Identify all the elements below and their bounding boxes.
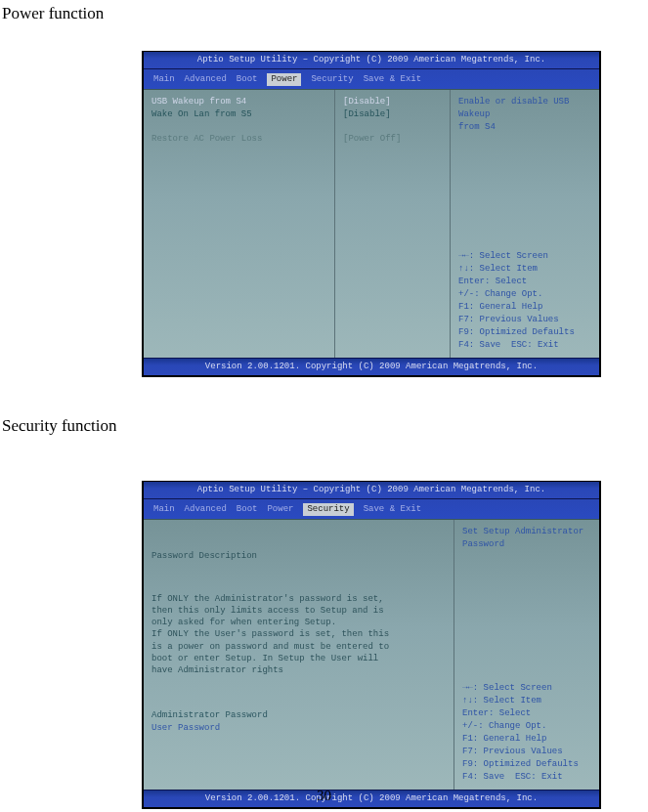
row-usb-wakeup-label[interactable]: USB Wakeup from S4: [151, 96, 326, 108]
menu-boot[interactable]: Boot: [237, 503, 258, 516]
heading-security: Security function: [2, 416, 648, 436]
bios-menu-bar: Main Advanced Boot Power Security Save &…: [144, 69, 599, 89]
menu-main[interactable]: Main: [153, 503, 175, 516]
menu-main[interactable]: Main: [153, 73, 175, 86]
help-key-f4: F4: Save ESC: Exit: [458, 339, 591, 352]
help-key-f1: F1: General Help: [462, 733, 591, 746]
help-key-change: +/-: Change Opt.: [458, 288, 591, 301]
bios-menu-bar: Main Advanced Boot Power Security Save &…: [144, 499, 599, 519]
help-keys: →←: Select Screen ↑↓: Select Item Enter:…: [462, 676, 591, 784]
row-wol-value[interactable]: [Disable]: [343, 108, 442, 121]
row-wol-label[interactable]: Wake On Lan from S5: [151, 108, 326, 121]
menu-advanced[interactable]: Advanced: [185, 73, 227, 86]
menu-advanced[interactable]: Advanced: [185, 503, 227, 516]
bios-screenshot-power: Aptio Setup Utility – Copyright (C) 2009…: [142, 51, 601, 377]
row-ac-loss-value[interactable]: [Power Off]: [343, 133, 442, 146]
menu-save-exit[interactable]: Save & Exit: [364, 503, 421, 516]
bios-title-bar: Aptio Setup Utility – Copyright (C) 2009…: [144, 482, 599, 499]
bios-screenshot-security: Aptio Setup Utility – Copyright (C) 2009…: [142, 481, 601, 809]
row-ac-loss-label[interactable]: Restore AC Power Loss: [151, 133, 326, 146]
help-key-f1: F1: General Help: [458, 301, 591, 314]
heading-power: Power function: [2, 4, 648, 23]
user-password[interactable]: User Password: [151, 722, 446, 735]
help-key-enter: Enter: Select: [462, 707, 591, 720]
security-left-pane: Password Description If ONLY the Adminis…: [144, 520, 454, 790]
help-key-enter: Enter: Select: [458, 276, 591, 288]
help-key-screen: →←: Select Screen: [458, 250, 591, 263]
help-key-f7: F7: Previous Values: [458, 314, 591, 326]
help-key-f7: F7: Previous Values: [462, 746, 591, 758]
settings-values-pane: [Disable] [Disable] [Power Off]: [335, 90, 451, 358]
menu-boot[interactable]: Boot: [237, 73, 258, 86]
help-pane: Enable or disable USB Wakeup from S4 →←:…: [451, 90, 599, 358]
menu-save-exit[interactable]: Save & Exit: [364, 73, 421, 86]
password-desc-head: Password Description: [151, 550, 446, 562]
menu-power[interactable]: Power: [267, 73, 301, 86]
help-key-screen: →←: Select Screen: [462, 682, 591, 695]
help-key-item: ↑↓: Select Item: [462, 695, 591, 707]
help-key-change: +/-: Change Opt.: [462, 720, 591, 733]
help-key-item: ↑↓: Select Item: [458, 263, 591, 276]
help-key-f9: F9: Optimized Defaults: [462, 758, 591, 771]
help-key-f4: F4: Save ESC: Exit: [462, 771, 591, 784]
help-keys: →←: Select Screen ↑↓: Select Item Enter:…: [458, 244, 591, 352]
menu-security[interactable]: Security: [311, 73, 353, 86]
help-pane: Set Setup Administrator Password →←: Sel…: [454, 520, 599, 790]
help-key-f9: F9: Optimized Defaults: [458, 326, 591, 339]
row-usb-wakeup-value[interactable]: [Disable]: [343, 96, 442, 108]
menu-security[interactable]: Security: [303, 503, 353, 516]
admin-password[interactable]: Administrator Password: [151, 709, 446, 722]
help-description: Set Setup Administrator Password: [462, 526, 591, 676]
bios-title-bar: Aptio Setup Utility – Copyright (C) 2009…: [144, 52, 599, 69]
page-number: 30: [0, 788, 648, 804]
menu-power[interactable]: Power: [267, 503, 293, 516]
password-desc-body: If ONLY the Administrator's password is …: [151, 593, 446, 676]
bios-footer-bar: Version 2.00.1201. Copyright (C) 2009 Am…: [144, 358, 599, 375]
help-description: Enable or disable USB Wakeup from S4: [458, 96, 591, 244]
settings-labels-pane: USB Wakeup from S4 Wake On Lan from S5 R…: [144, 90, 335, 358]
